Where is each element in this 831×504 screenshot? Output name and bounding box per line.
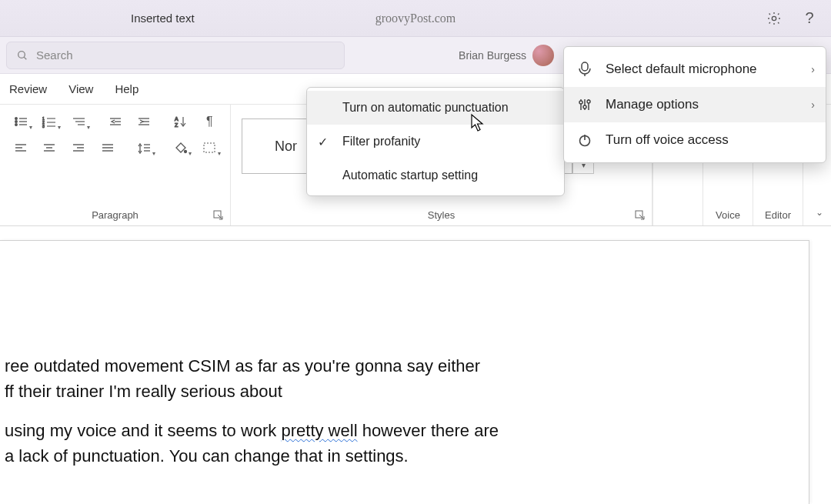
tab-review[interactable]: Review [9, 82, 47, 95]
document-canvas: ree outdated movement CSIM as far as you… [0, 226, 831, 504]
svg-point-5 [15, 121, 17, 123]
menu-item-manage-options[interactable]: Manage options › [564, 87, 826, 122]
grammar-squiggle: pretty well [281, 421, 357, 440]
svg-rect-50 [582, 62, 588, 71]
user-account[interactable]: Brian Burgess [459, 45, 554, 66]
menu-item-auto-startup[interactable]: Automatic startup setting [307, 159, 564, 192]
microphone-icon [576, 62, 593, 77]
text-line: ree outdated movement CSIM as far as you… [5, 356, 480, 375]
gear-icon[interactable] [765, 9, 783, 28]
text-line: however there are [358, 421, 499, 440]
svg-point-42 [184, 151, 186, 153]
check-icon: ✓ [318, 135, 328, 149]
search-icon [16, 49, 28, 62]
svg-text:A: A [175, 116, 179, 122]
text-line: using my voice and it seems to work [5, 421, 281, 440]
group-label-styles: Styles [231, 209, 652, 221]
avatar [532, 45, 554, 66]
chevron-right-icon: › [811, 98, 815, 111]
svg-point-7 [15, 124, 17, 126]
svg-point-1 [18, 51, 25, 58]
numbering-button[interactable]: 123▾ [37, 111, 63, 132]
svg-point-53 [579, 101, 582, 104]
svg-text:3: 3 [42, 124, 45, 129]
group-paragraph: ▾ 123▾ ▾ AZ ¶ ▾ ▾ ▾ Paragraph [0, 105, 231, 225]
help-icon[interactable]: ? [800, 9, 819, 28]
bullets-button[interactable]: ▾ [8, 111, 34, 132]
search-input[interactable]: Search [6, 42, 345, 69]
tab-view[interactable]: View [68, 82, 93, 95]
align-center-button[interactable] [37, 137, 63, 159]
multilevel-list-button[interactable]: ▾ [65, 111, 92, 132]
svg-point-0 [772, 16, 776, 20]
shading-button[interactable]: ▾ [168, 137, 194, 159]
sort-button[interactable]: AZ [168, 111, 194, 132]
svg-text:Z: Z [175, 122, 179, 128]
title-bar: Inserted text groovyPost.com ? [0, 0, 831, 37]
svg-point-57 [587, 100, 590, 103]
menu-item-auto-punctuation[interactable]: Turn on automatic punctuation [307, 91, 564, 125]
user-name: Brian Burgess [459, 49, 526, 62]
increase-indent-button[interactable] [131, 111, 157, 132]
group-label-paragraph: Paragraph [0, 209, 230, 221]
align-right-button[interactable] [65, 137, 92, 159]
group-label-voice: Voice [703, 209, 753, 221]
svg-rect-43 [204, 143, 215, 152]
menu-item-select-microphone[interactable]: Select default microphone › [564, 52, 826, 87]
svg-point-55 [583, 105, 586, 108]
voice-access-menu: Select default microphone › Manage optio… [563, 46, 826, 163]
document-body[interactable]: ree outdated movement CSIM as far as you… [5, 353, 778, 482]
justify-button[interactable] [95, 137, 121, 159]
decrease-indent-button[interactable] [102, 111, 128, 132]
manage-options-submenu: Turn on automatic punctuation ✓ Filter p… [306, 87, 565, 196]
watermark-text: groovyPost.com [375, 12, 456, 25]
chevron-right-icon: › [811, 63, 815, 75]
group-label-editor: Editor [753, 209, 803, 221]
dialog-launcher-icon[interactable] [213, 210, 224, 221]
tab-help[interactable]: Help [115, 82, 138, 95]
svg-point-3 [15, 118, 17, 120]
document-title: Inserted text [131, 12, 195, 25]
align-left-button[interactable] [8, 137, 34, 159]
sliders-icon [576, 98, 593, 112]
style-name: Nor [275, 139, 297, 155]
collapse-ribbon-button[interactable]: ⌄ [816, 207, 823, 218]
show-marks-button[interactable]: ¶ [196, 111, 222, 132]
menu-item-turn-off-voice[interactable]: Turn off voice access [564, 122, 826, 158]
document-page[interactable]: ree outdated movement CSIM as far as you… [0, 240, 809, 504]
search-placeholder: Search [36, 48, 73, 62]
text-line: a lack of punctuation. You can change th… [5, 446, 409, 466]
menu-item-filter-profanity[interactable]: ✓ Filter profanity [307, 125, 564, 159]
text-line: ff their trainer I'm really serious abou… [5, 382, 282, 401]
line-spacing-button[interactable]: ▾ [131, 137, 157, 159]
borders-button[interactable]: ▾ [196, 137, 222, 159]
svg-line-2 [24, 57, 26, 59]
dialog-launcher-icon[interactable] [635, 210, 646, 221]
power-icon [576, 133, 593, 147]
